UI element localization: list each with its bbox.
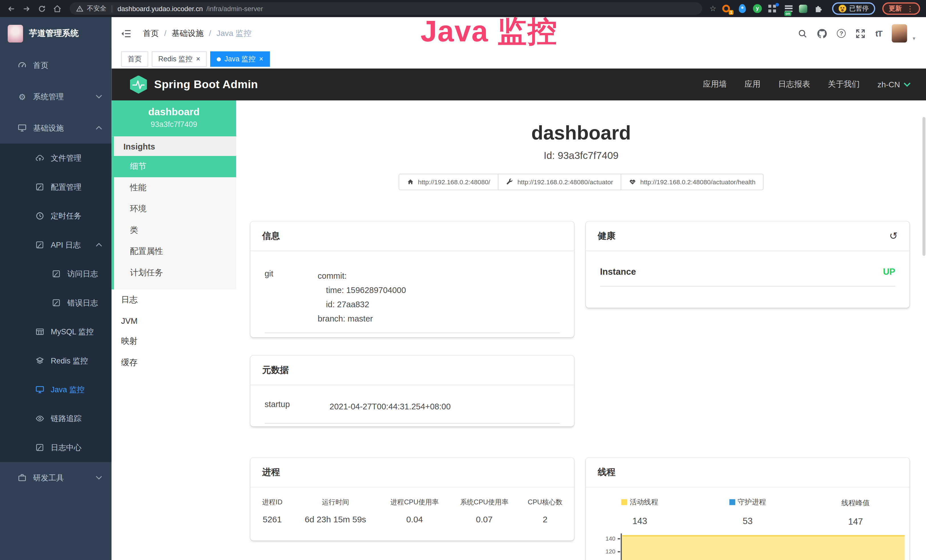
metadata-key: startup — [265, 400, 330, 414]
breadcrumb-home[interactable]: 首页 — [143, 28, 159, 38]
git-id-line: id: 27aa832 — [318, 297, 560, 312]
instance-header[interactable]: dashboard 93a3fc7f7409 — [112, 100, 236, 136]
sba-nav-language[interactable]: zh-CN — [878, 80, 911, 89]
bookmark-star-icon[interactable]: ☆ — [710, 4, 716, 13]
sba-menu-caches[interactable]: 缓存 — [112, 352, 236, 374]
sba-menu-logs[interactable]: 日志 — [112, 289, 236, 311]
service-url-button[interactable]: http://192.168.0.2:48080/ — [398, 174, 498, 190]
font-size-icon[interactable]: tT — [875, 29, 882, 38]
sba-brand-title[interactable]: Spring Boot Admin — [154, 78, 258, 91]
user-avatar[interactable] — [892, 24, 908, 42]
sidebar-label: 基础设施 — [33, 123, 64, 133]
close-icon[interactable]: × — [259, 56, 263, 63]
browser-reload-button[interactable] — [35, 2, 48, 15]
sba-nav: 应用墙 应用 日志报表 关于我们 zh-CN — [703, 79, 911, 89]
extension-pin-icon[interactable] — [737, 4, 747, 13]
col-header: 系统CPU使用率 — [449, 498, 519, 507]
avatar-caret-icon[interactable]: ▾ — [912, 35, 915, 42]
extension-donut-icon[interactable]: 1 — [722, 4, 732, 13]
y-tick-120: 120 — [586, 549, 616, 555]
history-icon[interactable]: ↺ — [889, 230, 898, 242]
profile-paused-chip[interactable]: 已暂停 — [832, 2, 875, 15]
app-logo[interactable]: 芋道管理系统 — [0, 17, 112, 50]
sidebar-item-system[interactable]: ⚙ 系统管理 — [0, 81, 112, 112]
sba-menu-config-props[interactable]: 配置属性 — [114, 241, 236, 262]
sba-nav-wallboard[interactable]: 应用墙 — [703, 79, 727, 89]
sidebar-item-log-center[interactable]: 日志中心 — [0, 433, 112, 462]
sba-menu-scheduled-tasks[interactable]: 计划任务 — [114, 262, 236, 283]
instance-id-line: Id: 93a3fc7f7409 — [236, 150, 926, 162]
sba-nav-applications[interactable]: 应用 — [744, 79, 761, 89]
git-branch-line: branch: master — [318, 312, 560, 326]
browser-back-button[interactable] — [5, 2, 18, 15]
col-header: 进程CPU使用率 — [380, 498, 449, 507]
sba-body: dashboard 93a3fc7f7409 Insights 细节 性能 环境… — [112, 100, 926, 560]
sba-menu-environment[interactable]: 环境 — [114, 198, 236, 220]
tab-redis-monitor[interactable]: Redis 监控 × — [152, 51, 207, 67]
extension-grid-icon[interactable] — [768, 4, 778, 13]
git-info-row: git commit: time: 1596289704000 id: 27aa… — [265, 260, 560, 333]
sba-nav-journal[interactable]: 日志报表 — [778, 79, 810, 89]
tab-home[interactable]: 首页 — [121, 51, 148, 67]
sidebar-item-access-log[interactable]: 访问日志 — [0, 259, 112, 288]
sidebar-item-files[interactable]: 文件管理 — [0, 144, 112, 172]
search-icon[interactable] — [798, 29, 807, 38]
health-url-button[interactable]: http://192.168.0.2:48080/actuator/health — [621, 174, 764, 190]
sba-nav-about[interactable]: 关于我们 — [828, 79, 860, 89]
monitor-icon — [18, 124, 27, 132]
sba-menu-jvm[interactable]: JVM — [112, 311, 236, 331]
sidebar-fold-button[interactable] — [121, 29, 131, 38]
extension-y-icon[interactable]: y — [753, 4, 762, 13]
breadcrumb-infra[interactable]: 基础设施 — [172, 28, 204, 38]
grid-blue-dot — [775, 3, 779, 6]
help-icon[interactable]: ? — [837, 29, 846, 38]
browser-forward-button[interactable] — [20, 2, 33, 15]
sidebar-item-mysql[interactable]: MySQL 监控 — [0, 317, 112, 346]
chrome-update-button[interactable]: 更新 ⋮ — [882, 2, 920, 15]
actuator-url-button[interactable]: http://192.168.0.2:48080/actuator — [498, 174, 622, 190]
sidebar-item-tracing[interactable]: 链路追踪 — [0, 404, 112, 433]
fullscreen-icon[interactable] — [856, 29, 865, 38]
close-icon[interactable]: × — [196, 56, 200, 63]
sba-menu-classes[interactable]: 类 — [114, 219, 236, 241]
pin-shape — [739, 4, 746, 12]
sidebar-label: 日志中心 — [51, 442, 82, 453]
sidebar-item-jobs[interactable]: 定时任务 — [0, 201, 112, 230]
sidebar-item-java-monitor[interactable]: Java 监控 — [0, 375, 112, 404]
col-value: 2 — [519, 515, 571, 524]
sba-content: dashboard Id: 93a3fc7f7409 http://192.16… — [236, 100, 926, 560]
extension-leaf-icon[interactable] — [799, 4, 808, 13]
git-time-line: time: 1596289704000 — [318, 283, 560, 297]
page-scrollbar[interactable] — [923, 100, 925, 537]
sidebar-item-api-log[interactable]: API 日志 — [0, 230, 112, 259]
sidebar-item-dev-tools[interactable]: 研发工具 — [0, 462, 112, 493]
app-title: 芋道管理系统 — [29, 28, 79, 38]
info-card: 信息 git commit: time: 1596289704000 id: 2… — [250, 222, 574, 338]
sba-menu-metrics[interactable]: 性能 — [114, 177, 236, 198]
tab-java-monitor[interactable]: Java 监控 × — [210, 51, 270, 67]
extensions-puzzle-icon[interactable] — [814, 4, 824, 13]
sidebar-item-error-log[interactable]: 错误日志 — [0, 288, 112, 317]
github-icon[interactable] — [818, 29, 827, 38]
table-icon — [35, 327, 44, 336]
sba-menu-details[interactable]: 细节 — [112, 156, 236, 177]
sidebar-label: 配置管理 — [51, 182, 82, 192]
sba-menu-mappings[interactable]: 映射 — [112, 331, 236, 352]
card-title-text: 线程 — [598, 467, 616, 478]
edit-square-icon — [52, 298, 61, 307]
address-bar[interactable]: 不安全 dashboard.yudao.iocoder.cn/infra/adm… — [70, 2, 702, 15]
browser-home-button[interactable] — [51, 2, 64, 15]
sidebar-item-infra[interactable]: 基础设施 — [0, 112, 112, 144]
extensions-row: 1 y on — [722, 4, 824, 13]
sidebar-item-home[interactable]: 首页 — [0, 50, 112, 81]
sidebar-item-config[interactable]: 配置管理 — [0, 173, 112, 201]
tags-view: 首页 Redis 监控 × Java 监控 × — [112, 50, 926, 68]
breadcrumb-current: Java 监控 — [216, 28, 251, 38]
sidebar-label: MySQL 监控 — [51, 326, 94, 337]
home-icon — [53, 5, 61, 13]
insights-group: Insights 细节 性能 环境 类 配置属性 计划任务 — [112, 136, 236, 289]
extension-list-icon[interactable]: on — [784, 4, 793, 13]
sidebar-item-redis[interactable]: Redis 监控 — [0, 346, 112, 375]
legend-value: 143 — [586, 516, 694, 526]
scrollbar-thumb[interactable] — [923, 117, 925, 256]
